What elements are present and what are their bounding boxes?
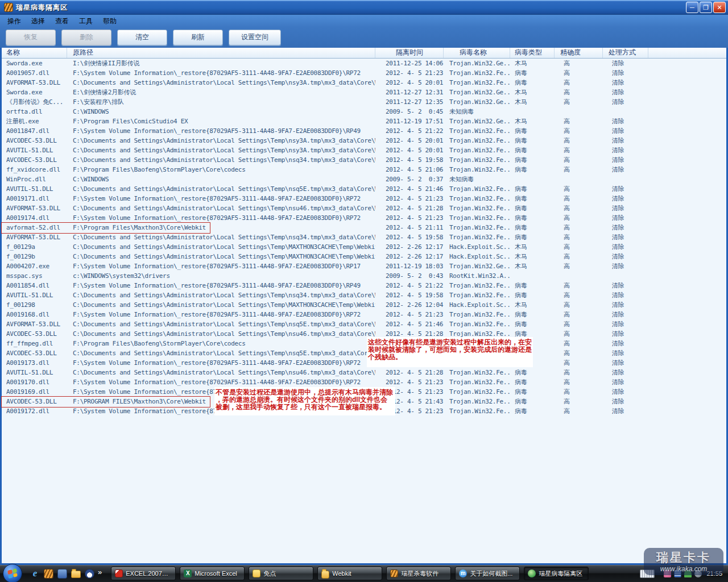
toolbar: 恢复删除清空刷新设置空间 xyxy=(0,27,728,48)
name-cell: f_00129b xyxy=(2,252,67,261)
set-space-button[interactable]: 设置空间 xyxy=(229,30,281,45)
table-row[interactable]: A0019173.dllF:\System Volume Information… xyxy=(2,358,726,368)
quick-launch-expand-icon[interactable]: » xyxy=(98,568,102,576)
rising-tiger-icon[interactable] xyxy=(44,569,53,579)
rising-shield-tray-icon[interactable] xyxy=(674,570,681,577)
column-header-accuracy[interactable]: 精确度 xyxy=(555,48,603,58)
table-row[interactable]: A0011854.dllF:\System Volume Information… xyxy=(2,281,726,290)
virus-cell: Trojan.Win32.Fe... xyxy=(444,165,510,174)
table-row[interactable]: A0011847.dllF:\System Volume Information… xyxy=(2,126,726,136)
time-cell: 2012- 4- 5 19:58 xyxy=(375,155,444,165)
accuracy-cell: 高 xyxy=(555,261,603,271)
path-cell: F:\System Volume Information\_restore{87… xyxy=(67,213,375,223)
table-row[interactable]: AVFORMAT-53.DLLC:\Documents and Settings… xyxy=(2,232,726,242)
column-header-name[interactable]: 名称 xyxy=(2,48,67,58)
accuracy-cell: 高 xyxy=(555,97,603,107)
refresh-button[interactable]: 刷新 xyxy=(173,30,223,45)
accuracy-cell: 高 xyxy=(555,242,603,252)
table-row[interactable]: AVCODEC-53.DLLC:\Documents and Settings\… xyxy=(2,136,726,146)
grid-body: Sworda.exeI:\剑侠情缘II月影传说2011-12-25 14:06T… xyxy=(2,59,726,416)
table-row[interactable]: msspac.sysc:\WINDOWS\system32\drivers200… xyxy=(2,271,726,281)
table-row[interactable]: AVUTIL-51.DLLC:\Documents and Settings\A… xyxy=(2,184,726,194)
type-cell: 病毒 xyxy=(510,406,555,416)
tiger-icon xyxy=(390,569,398,577)
virus-cell: Hack.Exploit.Sc... xyxy=(444,242,510,252)
table-row[interactable]: AVUTIL-51.DLLC:\Documents and Settings\A… xyxy=(2,290,726,300)
accuracy-cell: 高 xyxy=(555,117,603,126)
column-header-type[interactable]: 病毒类型 xyxy=(510,48,555,58)
table-row[interactable]: f_001298C:\Documents and Settings\Admini… xyxy=(2,300,726,310)
table-row[interactable]: AVFORMAT-53.DLLC:\Documents and Settings… xyxy=(2,78,726,88)
task-button-3[interactable]: 免点 xyxy=(249,567,313,580)
menu-view[interactable]: 查看 xyxy=(50,15,74,28)
table-row[interactable]: A0019168.dllF:\System Volume Information… xyxy=(2,310,726,319)
table-row[interactable]: 《月影传说》免C...F:\安装程序\排队2011-12-27 12:35Tro… xyxy=(2,97,726,107)
action-cell: 清除 xyxy=(603,310,648,319)
ie-icon[interactable]: e xyxy=(30,569,40,579)
table-row[interactable]: A0019170.dllF:\System Volume Information… xyxy=(2,377,726,387)
menu-help[interactable]: 帮助 xyxy=(98,15,122,28)
accuracy-cell: 高 xyxy=(555,232,603,242)
table-row[interactable]: ortfta.dllC:\WINDOWS2009- 5- 2 0:45未知病毒 xyxy=(2,107,726,117)
name-cell: A0019173.dll xyxy=(2,358,67,368)
type-cell: 病毒 xyxy=(510,155,555,165)
action-cell: 清除 xyxy=(603,281,648,290)
table-row[interactable]: A0019057.dllF:\System Volume Information… xyxy=(2,68,726,78)
table-row[interactable]: AVCODEC-53.DLLC:\Documents and Settings\… xyxy=(2,329,726,339)
name-cell: A0004207.exe xyxy=(2,261,67,271)
table-row[interactable]: f_00129aC:\Documents and Settings\Admini… xyxy=(2,242,726,252)
messenger-icon[interactable] xyxy=(85,569,94,579)
menu-operation[interactable]: 操作 xyxy=(2,15,26,28)
table-row[interactable]: AVUTIL-51.DLLC:\Documents and Settings\A… xyxy=(2,146,726,155)
close-button[interactable]: ✕ xyxy=(713,2,726,13)
table-row[interactable]: 注册机.exeF:\Program Files\ComicStudio4 EX2… xyxy=(2,117,726,126)
table-row[interactable]: ff_ffmpeg.dllF:\Program Files\Baofeng\St… xyxy=(2,339,726,348)
minimize-button[interactable]: ─ xyxy=(686,2,698,13)
table-row[interactable]: AVCODEC-53.DLLC:\Documents and Settings\… xyxy=(2,155,726,165)
table-row[interactable]: AVCODEC-53.DLLC:\Documents and Settings\… xyxy=(2,348,726,358)
umbrella-tray-icon[interactable] xyxy=(684,570,692,577)
task-button-2[interactable]: XMicrosoft Excel xyxy=(180,567,245,580)
virus-cell: Trojan.Win32.Ge... xyxy=(444,261,510,271)
task-button-6[interactable]: 关于如何截图... xyxy=(455,567,520,580)
menu-tools[interactable]: 工具 xyxy=(74,15,98,28)
clear-button[interactable]: 清空 xyxy=(117,30,167,45)
gray-tray-icon[interactable] xyxy=(694,570,702,577)
table-row[interactable]: ff_xvidcore.dllF:\Program Files\Baofeng\… xyxy=(2,165,726,174)
task-button-1[interactable]: EXCEL.2007公... xyxy=(111,567,176,580)
column-header-virus[interactable]: 病毒名称 xyxy=(444,48,510,58)
table-row[interactable]: avformat-52.dllF:\Program Files\Maxthon3… xyxy=(2,223,726,232)
start-button[interactable] xyxy=(3,564,22,582)
table-row[interactable]: AVFORMAT-53.DLLC:\Documents and Settings… xyxy=(2,203,726,213)
table-row[interactable]: AVUTIL-51.DLLC:\Documents and Settings\A… xyxy=(2,368,726,377)
task-label: EXCEL.2007公... xyxy=(126,569,172,578)
table-row[interactable]: WinProc.dllC:\WINDOWS2009- 5- 2 0:37未知病毒 xyxy=(2,174,726,184)
column-header-action[interactable]: 处理方式 xyxy=(603,48,648,58)
table-row[interactable]: AVFORMAT-53.DLLC:\Documents and Settings… xyxy=(2,319,726,329)
table-row[interactable]: f_00129bC:\Documents and Settings\Admini… xyxy=(2,252,726,261)
maximize-button[interactable]: ❐ xyxy=(700,2,712,13)
taskbar: e » EXCEL.2007公...XMicrosoft Excel免点Webk… xyxy=(0,565,728,582)
rising-tool-icon[interactable] xyxy=(57,569,67,579)
column-header-time[interactable]: 隔离时间 xyxy=(375,48,444,58)
folder-quick-icon[interactable] xyxy=(71,571,81,578)
column-header-path[interactable]: 原路径 xyxy=(67,48,375,58)
table-row[interactable]: A0019171.dllF:\System Volume Information… xyxy=(2,194,726,203)
task-button-4[interactable]: Webkit xyxy=(317,567,382,580)
table-header: 名称原路径隔离时间病毒名称病毒类型精确度处理方式 xyxy=(2,48,726,59)
action-cell: 清除 xyxy=(603,358,648,368)
table-row[interactable]: A0004207.exeF:\System Volume Information… xyxy=(2,261,726,271)
table-row[interactable]: Sworda.exeE:\剑侠情缘2月影传说2011-12-27 12:31Tr… xyxy=(2,88,726,97)
virus-cell: 未知病毒 xyxy=(444,174,510,184)
type-cell: 病毒 xyxy=(510,203,555,213)
keyboard-icon[interactable] xyxy=(640,569,655,578)
action-cell: 清除 xyxy=(603,146,648,155)
pink-tray-icon[interactable] xyxy=(664,570,671,577)
table-row[interactable]: Sworda.exeI:\剑侠情缘II月影传说2011-12-25 14:06T… xyxy=(2,59,726,68)
task-button-7[interactable]: 瑞星病毒隔离区 xyxy=(524,567,589,580)
task-button-5[interactable]: 瑞星杀毒软件 xyxy=(386,567,451,580)
table-row[interactable]: A0019174.dllF:\System Volume Information… xyxy=(2,213,726,223)
path-cell: C:\Documents and Settings\Administrator\… xyxy=(67,252,375,261)
menu-select[interactable]: 选择 xyxy=(26,15,50,28)
type-cell: 病毒 xyxy=(510,68,555,78)
